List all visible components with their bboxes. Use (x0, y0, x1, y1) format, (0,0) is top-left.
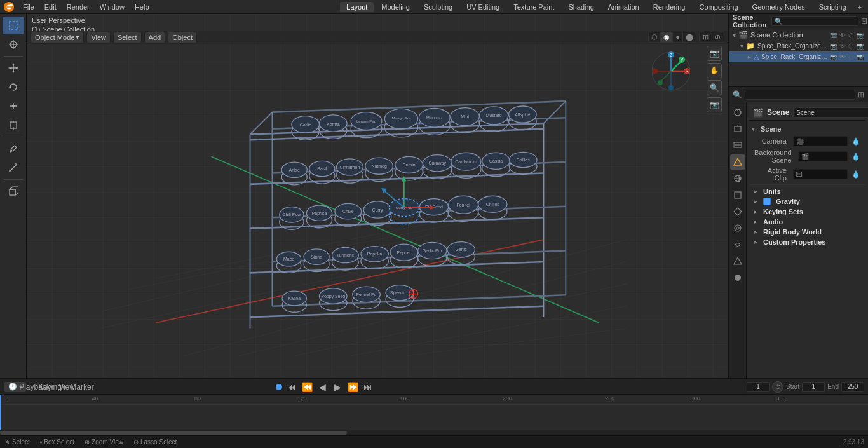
zoom-btn[interactable]: 🔍 (707, 80, 722, 95)
tab-world[interactable] (730, 171, 745, 186)
menu-edit[interactable]: Edit (39, 2, 62, 12)
tab-compositing[interactable]: Compositing (693, 2, 744, 12)
tab-layout[interactable]: Layout (340, 2, 374, 12)
record-btn[interactable] (276, 384, 282, 390)
tab-texture-paint[interactable]: Texture Paint (507, 2, 560, 12)
step-forward-btn[interactable]: ⏩ (347, 381, 358, 393)
jump-end-btn[interactable]: ⏭ (362, 381, 374, 393)
keying-btn[interactable]: Keying ▾ (46, 381, 57, 393)
menu-file[interactable]: File (18, 2, 39, 12)
filter-icon[interactable]: ⊟ (861, 17, 867, 25)
gravity-section[interactable]: ▸ Gravity (749, 196, 865, 207)
object-mode-dropdown[interactable]: Object Mode ▾ (31, 32, 84, 43)
timeline-scrollbar[interactable] (0, 430, 868, 435)
outliner-row1-vp[interactable]: ⬡ (848, 43, 854, 50)
rendered-btn[interactable]: ⬤ (683, 32, 696, 42)
outliner-eye-icon[interactable]: 👁 (839, 32, 846, 39)
gizmo-btn[interactable]: ⊕ (712, 32, 724, 42)
tab-rendering[interactable]: Rendering (647, 2, 692, 12)
outliner-row2-eye[interactable]: 👁 (839, 53, 846, 60)
grab-btn[interactable]: ✋ (707, 63, 722, 78)
tool-scale[interactable] (3, 97, 24, 115)
tab-modeling[interactable]: Modeling (375, 2, 416, 12)
tab-scene[interactable] (730, 154, 745, 170)
marker-btn[interactable]: Marker (76, 381, 88, 393)
play-reverse-btn[interactable]: ◀ (316, 381, 328, 393)
tab-render[interactable] (730, 105, 745, 120)
add-menu[interactable]: Add (144, 32, 166, 43)
tool-move[interactable] (3, 59, 24, 77)
tab-modifier[interactable] (730, 204, 745, 219)
tab-object[interactable] (730, 187, 745, 203)
tab-material[interactable] (730, 270, 745, 285)
gravity-checkbox[interactable] (763, 198, 771, 205)
start-frame-input[interactable]: 1 (802, 382, 825, 392)
tab-view-layer[interactable] (730, 138, 745, 153)
camera-eyedrop-icon[interactable]: 💧 (851, 137, 860, 146)
tool-measure[interactable] (3, 159, 24, 177)
scene-name-input[interactable] (793, 107, 868, 118)
tab-scripting[interactable]: Scripting (813, 2, 853, 12)
custom-props-section[interactable]: ▸ Custom Properties (749, 237, 865, 247)
current-frame-input[interactable]: 1 (747, 382, 770, 392)
tool-transform[interactable] (3, 116, 24, 134)
outliner-render-icon[interactable]: 📷 (857, 32, 864, 39)
menu-render[interactable]: Render (62, 2, 95, 12)
rigid-body-section[interactable]: ▸ Rigid Body World (749, 227, 865, 237)
step-back-btn[interactable]: ⏪ (301, 381, 313, 393)
camera-btn[interactable]: 📷 (707, 97, 722, 112)
active-clip-eyedrop-icon[interactable]: 💧 (851, 170, 860, 179)
playhead[interactable] (0, 395, 1, 435)
audio-section[interactable]: ▸ Audio (749, 217, 865, 227)
outliner-row-scene[interactable]: ▾ 🎬 Scene Collection 📷 👁 ⬡ 📷 (729, 29, 868, 41)
tool-rotate[interactable] (3, 78, 24, 96)
tool-annotate[interactable] (3, 140, 24, 158)
timeline-track-area[interactable]: 1 40 80 120 160 200 250 300 350 (0, 395, 868, 435)
outliner-camera-icon[interactable]: 📷 (830, 32, 837, 38)
status-select[interactable]: 🖱 Select (4, 438, 30, 445)
wireframe-btn[interactable]: ⬡ (649, 32, 661, 42)
material-btn[interactable]: ● (673, 32, 683, 42)
keying-sets-section[interactable]: ▸ Keying Sets (749, 207, 865, 217)
tab-constraints[interactable] (730, 237, 745, 252)
viewport-3d[interactable]: User Perspective (1) Scene Collection Ob… (27, 14, 728, 378)
outliner-viewport-icon[interactable]: ⬡ (848, 32, 854, 39)
outliner-row-spice-space[interactable]: ▾ 📁 Spice_Rack_Organizer_Space 📷 👁 ⬡ 📷 (729, 41, 868, 51)
play-btn[interactable]: ▶ (332, 381, 343, 393)
overlay-btn[interactable]: ⊞ (700, 32, 712, 42)
tool-select-box[interactable] (3, 17, 24, 34)
tab-output[interactable] (730, 121, 745, 137)
tab-physics[interactable] (730, 221, 745, 236)
jump-start-btn[interactable]: ⏮ (286, 381, 297, 393)
status-box-select[interactable]: ▪ Box Select (40, 438, 74, 445)
status-lasso[interactable]: ⊙ Lasso Select (133, 438, 177, 445)
solid-btn[interactable]: ◉ (661, 32, 673, 42)
bg-scene-eyedrop-icon[interactable]: 💧 (851, 153, 860, 161)
object-menu[interactable]: Object (168, 32, 197, 43)
navigation-gizmo[interactable]: X Y Z (649, 49, 693, 93)
menu-help[interactable]: Help (130, 2, 154, 12)
outliner-row2-render[interactable]: 📷 (857, 53, 864, 60)
add-workspace[interactable]: + (854, 2, 865, 12)
zoom-camera-btn[interactable]: 📷 (707, 46, 722, 61)
outliner-row2-camera[interactable]: 📷 (830, 54, 837, 60)
active-clip-value[interactable]: 🎞 (793, 169, 848, 179)
tab-animation[interactable]: Animation (602, 2, 646, 12)
units-section[interactable]: ▸ Units (749, 186, 865, 196)
tool-add-cube[interactable] (3, 182, 24, 200)
tab-geometry-nodes[interactable]: Geometry Nodes (746, 2, 811, 12)
tab-data[interactable] (730, 254, 745, 269)
tab-sculpting[interactable]: Sculpting (417, 2, 459, 12)
timeline-scrollbar-handle[interactable] (0, 431, 347, 435)
end-frame-input[interactable]: 250 (841, 382, 864, 392)
status-zoom[interactable]: ⊕ Zoom View (85, 438, 123, 445)
tab-shading[interactable]: Shading (562, 2, 600, 12)
props-expand-icon[interactable]: ⊞ (858, 90, 864, 99)
fps-btn[interactable]: ⏱ (772, 381, 783, 393)
tool-cursor[interactable] (3, 36, 24, 53)
view-menu[interactable]: View (86, 32, 111, 43)
outliner-row-spice-mesh[interactable]: ▸ △ Spice_Rack_Organizer_Sp 📷 👁 ⬡ 📷 (729, 51, 868, 62)
outliner-row1-camera[interactable]: 📷 (830, 43, 837, 50)
camera-value[interactable]: 🎥 (793, 136, 848, 146)
outliner-search[interactable] (771, 16, 858, 26)
